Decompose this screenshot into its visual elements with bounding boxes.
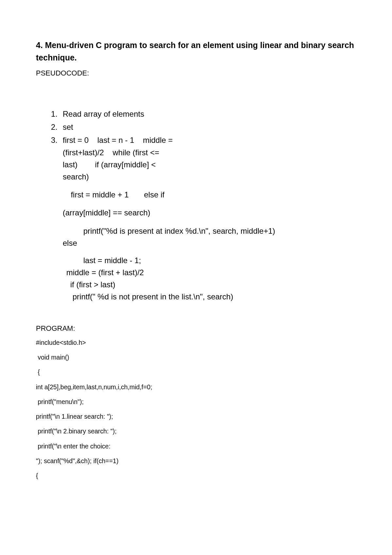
code-line: printf("\n 1.linear search: "); [36,412,356,421]
code-text: printf(" %d is not present in the list.\… [63,291,356,303]
code-line: { [36,471,356,480]
list-content: Read array of elements [63,108,356,120]
code-text: printf("%d is present at index %d.\n", s… [63,225,356,237]
list-content: set [63,121,356,133]
list-marker: 2. [51,121,63,133]
code-line: #include<stdio.h> [36,338,356,347]
code-line: printf("\n 2.binary search: "); [36,427,356,436]
code-text: search) [63,171,356,183]
code-line: printf("\n enter the choice: [36,442,356,451]
code-line: void main() [36,353,356,362]
program-section: PROGRAM: #include<stdio.h> void main() {… [36,323,356,481]
document-title: 4. Menu-driven C program to search for a… [36,39,356,64]
code-line: { [36,367,356,377]
pseudocode-section: 1. Read array of elements 2. set 3. firs… [36,108,356,303]
list-marker: 3. [51,134,63,303]
code-text: first = middle + 1 else if [63,189,356,201]
code-text: first = 0 last = n - 1 middle = [63,134,356,146]
code-line: int a[25],beg,item,last,n,num,i,ch,mid,f… [36,382,356,392]
code-text: else [63,237,356,249]
list-marker: 1. [51,108,63,120]
list-content: first = 0 last = n - 1 middle = (first+l… [63,134,356,303]
code-text: last = middle - 1; [63,254,356,266]
pseudocode-label: PSEUDOCODE: [36,68,356,78]
code-line: "); scanf("%d",&ch); if(ch==1) [36,456,356,466]
code-text: (first+last)/2 while (first <= [63,146,356,159]
code-text: middle = (first + last)/2 [63,266,356,278]
code-text: last) if (array[middle] < [63,159,356,171]
code-text: (array[middle] == search) [63,207,356,219]
list-item: 2. set [51,121,356,133]
program-label: PROGRAM: [36,323,356,334]
list-item: 3. first = 0 last = n - 1 middle = (firs… [51,134,356,303]
list-item: 1. Read array of elements [51,108,356,120]
code-line: printf("menu\n"); [36,397,356,407]
code-text: if (first > last) [63,278,356,291]
